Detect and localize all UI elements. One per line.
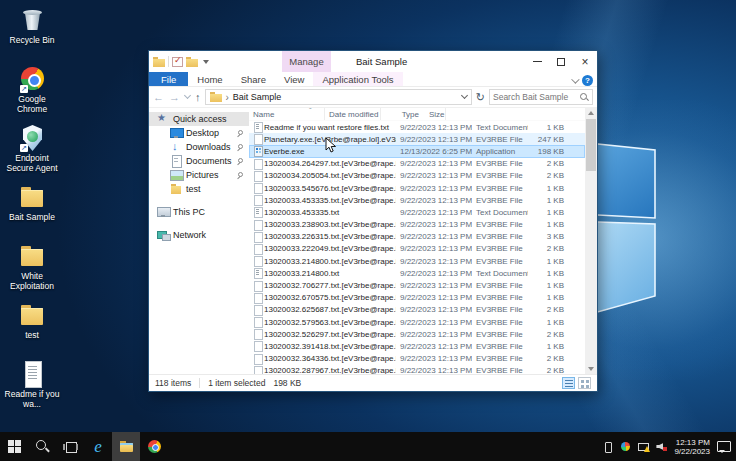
file-row[interactable]: 13020032.579563.txt.[eV3rbe@rape.lol].eV… <box>249 316 585 328</box>
file-row[interactable]: 13020033.545676.txt.[eV3rbe@rape.lol].eV… <box>249 182 585 194</box>
file-type: Text Document <box>472 269 528 278</box>
file-row[interactable]: 13020032.526297.txt.[eV3rbe@rape.lol].eV… <box>249 328 585 340</box>
desktop-icon-image: ↗ <box>17 124 47 152</box>
file-row[interactable]: 13020033.238903.txt.[eV3rbe@rape.lol].eV… <box>249 219 585 231</box>
file-row[interactable]: 13020032.670575.txt.[eV3rbe@rape.lol].eV… <box>249 292 585 304</box>
file-date-modified: 9/22/2023 12:13 PM <box>396 305 472 314</box>
help-icon[interactable]: ? <box>582 75 593 86</box>
ribbon-tab-bar: File Home Share View Application Tools <box>149 72 597 87</box>
action-center-icon[interactable] <box>717 441 730 453</box>
taskbar-button-search[interactable] <box>28 432 56 461</box>
search-box[interactable] <box>489 89 593 105</box>
scrollbar-thumb[interactable] <box>586 119 596 171</box>
taskbar-button-chrome[interactable] <box>140 432 168 461</box>
file-type: Text Document <box>472 208 528 217</box>
ribbon-tab-home[interactable]: Home <box>188 72 231 86</box>
file-row[interactable]: 13020032.625687.txt.[eV3rbe@rape.lol].eV… <box>249 304 585 316</box>
vertical-scrollbar[interactable] <box>585 108 597 374</box>
scroll-down-icon[interactable] <box>585 364 597 374</box>
column-header-name[interactable]: ˆ Name <box>249 108 325 120</box>
tray-icon-agent[interactable] <box>620 441 631 452</box>
shortcut-arrow-icon: ↗ <box>20 85 28 93</box>
tray-icon-usb[interactable] <box>602 441 613 452</box>
up-button[interactable]: ↑ <box>195 91 201 103</box>
taskbar-clock[interactable]: 12:13 PM 9/22/2023 <box>674 438 710 456</box>
tray-icon-volume[interactable] <box>656 441 667 452</box>
file-row[interactable]: 13020033.453335.txt.[eV3rbe@rape.lol].eV… <box>249 194 585 206</box>
desktop-icon-folder[interactable]: ↗ Bait Sample <box>2 183 62 242</box>
sidebar-item-icon <box>157 206 169 218</box>
file-row[interactable]: 13020033.226315.txt.[eV3rbe@rape.lol].eV… <box>249 231 585 243</box>
sidebar-item-star[interactable]: Quick access <box>149 112 249 126</box>
file-name: 13020032.625687.txt.[eV3rbe@rape.lol].eV… <box>264 305 396 314</box>
search-input[interactable] <box>493 92 579 102</box>
file-row[interactable]: 13020033.214800.txt 9/22/2023 12:13 PM T… <box>249 267 585 279</box>
file-type: Text Document <box>472 123 528 132</box>
forward-button[interactable]: → <box>169 91 180 103</box>
expand-ribbon-icon[interactable] <box>571 75 579 83</box>
close-button[interactable]: × <box>573 51 597 72</box>
sidebar-item-icon <box>170 127 182 139</box>
sidebar-item-desktop[interactable]: Desktop <box>149 126 249 140</box>
desktop-icon-text-file[interactable]: ↗ Readme if you wa... <box>2 360 62 419</box>
ribbon-tab-application-tools[interactable]: Application Tools <box>313 72 402 86</box>
file-name: 13020032.526297.txt.[eV3rbe@rape.lol].eV… <box>264 330 396 339</box>
sidebar-item-documents[interactable]: Documents <box>149 154 249 168</box>
desktop-icon-recycle-bin[interactable]: ↗ Recycle Bin <box>2 6 62 65</box>
file-row[interactable]: 13020033.214800.txt.[eV3rbe@rape.lol].eV… <box>249 255 585 267</box>
desktop-icon-shield[interactable]: ↗ Endpoint Secure Agent <box>2 124 62 183</box>
file-row[interactable]: Everbe.exe 12/13/2022 6:25 PM Applicatio… <box>249 145 585 157</box>
file-name: 13020033.545676.txt.[eV3rbe@rape.lol].eV… <box>264 184 396 193</box>
desktop-icon-label: Google Chrome <box>3 94 61 114</box>
contextual-tab-group-manage[interactable]: Manage <box>282 51 331 72</box>
column-header-type[interactable]: ˆ Type <box>381 108 425 120</box>
taskbar-button-start[interactable] <box>0 432 28 461</box>
file-row[interactable]: 13020033.453335.txt 9/22/2023 12:13 PM T… <box>249 206 585 218</box>
file-row[interactable]: 13020032.287967.txt.[eV3rbe@rape.lol].eV… <box>249 365 585 374</box>
properties-button[interactable] <box>172 57 183 67</box>
file-type-icon <box>249 340 264 352</box>
file-row[interactable]: 13020034.264297.txt.[eV3rbe@rape.lol].eV… <box>249 158 585 170</box>
file-row[interactable]: 13020034.205054.txt.[eV3rbe@rape.lol].eV… <box>249 170 585 182</box>
breadcrumb-location[interactable]: Bait Sample <box>233 92 458 102</box>
column-header-date-modified[interactable]: ˆ Date modified <box>325 108 381 120</box>
title-bar: Manage Bait Sample × <box>149 51 597 72</box>
column-header-size[interactable]: ˆ Size <box>425 108 446 120</box>
file-row[interactable]: 13020032.391418.txt.[eV3rbe@rape.lol].eV… <box>249 340 585 352</box>
taskbar-button-explorer[interactable] <box>112 432 140 461</box>
new-folder-button[interactable] <box>186 57 198 67</box>
recent-locations-dropdown-icon[interactable] <box>184 92 191 99</box>
file-size: 1 KB <box>528 208 568 217</box>
ribbon-tab-share[interactable]: Share <box>232 72 275 86</box>
file-row[interactable]: Planetary.exe.[eV3rbe@rape.lol].eV3rbe 9… <box>249 133 585 145</box>
file-row[interactable]: 13020033.222049.txt.[eV3rbe@rape.lol].eV… <box>249 243 585 255</box>
desktop-icon-chrome[interactable]: ↗ Google Chrome <box>2 65 62 124</box>
file-row[interactable]: Readme if you want restore files.txt 9/2… <box>249 121 585 133</box>
file-type: EV3RBE File <box>472 342 528 351</box>
breadcrumb[interactable]: › Bait Sample <box>205 89 472 105</box>
back-button[interactable]: ← <box>153 91 164 103</box>
refresh-button[interactable]: ↻ <box>476 89 485 105</box>
customize-toolbar-dropdown-icon[interactable] <box>203 60 209 64</box>
desktop-icon-folder[interactable]: ↗ test <box>2 301 62 360</box>
file-row[interactable]: 13020032.706277.txt.[eV3rbe@rape.lol].eV… <box>249 279 585 291</box>
desktop-icon-folder[interactable]: ↗ White Exploitation <box>2 242 62 301</box>
details-view-button[interactable] <box>562 377 575 389</box>
sidebar-item-pictures[interactable]: Pictures <box>149 168 249 182</box>
maximize-button[interactable] <box>549 51 573 72</box>
sidebar-item-downloads[interactable]: Downloads <box>149 140 249 154</box>
taskbar-button-taskview[interactable] <box>56 432 84 461</box>
ribbon-tab-view[interactable]: View <box>275 72 313 86</box>
sidebar-item-folder[interactable]: test <box>149 182 249 196</box>
address-dropdown-icon[interactable] <box>461 92 468 99</box>
scroll-up-icon[interactable] <box>585 108 597 118</box>
file-date-modified: 9/22/2023 12:13 PM <box>396 342 472 351</box>
tray-icon-network[interactable] <box>638 441 649 452</box>
ribbon-tab-file[interactable]: File <box>149 72 188 86</box>
taskbar-button-ie[interactable]: e <box>84 432 112 461</box>
sidebar-item-pc[interactable]: This PC <box>149 205 249 219</box>
file-row[interactable]: 13020032.364336.txt.[eV3rbe@rape.lol].eV… <box>249 353 585 365</box>
minimize-button[interactable] <box>525 51 549 72</box>
large-icons-view-button[interactable] <box>578 377 591 389</box>
sidebar-item-network[interactable]: Network <box>149 228 249 242</box>
